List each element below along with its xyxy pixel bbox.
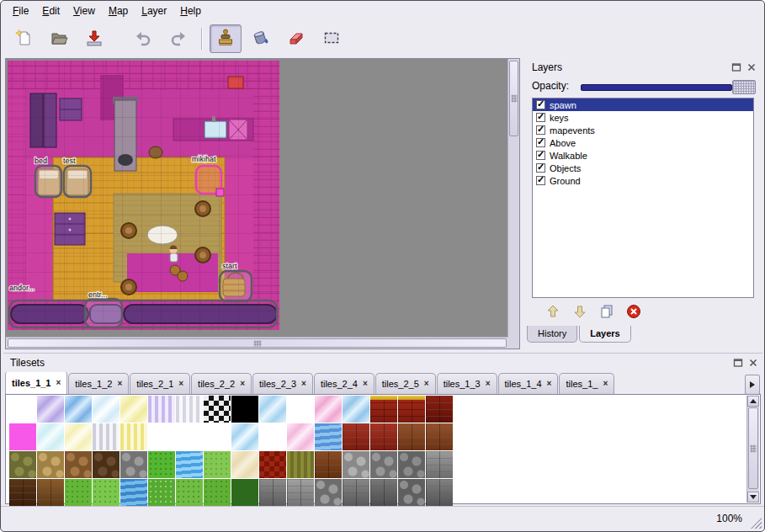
layer-row-Above[interactable]: Above bbox=[533, 136, 753, 149]
tileset-tile[interactable] bbox=[9, 423, 36, 450]
opacity-slider[interactable] bbox=[581, 77, 757, 97]
tab-close-icon[interactable]: × bbox=[424, 380, 429, 387]
stamp-brush-tool-button[interactable] bbox=[210, 24, 242, 53]
new-map-button[interactable] bbox=[8, 24, 40, 53]
tileset-tab-tiles_2_4[interactable]: tiles_2_4× bbox=[314, 373, 375, 394]
tileset-tab-tiles_1_2[interactable]: tiles_1_2× bbox=[68, 373, 129, 394]
tab-close-icon[interactable]: × bbox=[301, 380, 306, 387]
float-dock-button[interactable] bbox=[731, 356, 744, 369]
layer-visibility-checkbox[interactable] bbox=[536, 125, 545, 135]
tileset-tile[interactable] bbox=[259, 451, 286, 478]
tileset-tile[interactable] bbox=[315, 423, 342, 450]
tab-close-icon[interactable]: × bbox=[240, 380, 245, 387]
tileset-tile[interactable] bbox=[287, 479, 314, 506]
delete-layer-button[interactable] bbox=[623, 301, 645, 323]
menu-file[interactable]: File bbox=[6, 3, 35, 19]
tileset-tile[interactable] bbox=[37, 396, 64, 423]
layer-visibility-checkbox[interactable] bbox=[536, 163, 545, 173]
tileset-tile[interactable] bbox=[37, 479, 64, 506]
tileset-tile[interactable] bbox=[426, 451, 453, 478]
tileset-tile[interactable] bbox=[204, 479, 231, 506]
tileset-tile[interactable] bbox=[204, 451, 231, 478]
save-map-button[interactable] bbox=[78, 24, 110, 53]
duplicate-layer-button[interactable] bbox=[596, 301, 618, 323]
map-object-entrance[interactable] bbox=[85, 299, 122, 327]
layer-visibility-checkbox[interactable] bbox=[536, 138, 545, 147]
scrollbar-handle[interactable] bbox=[748, 407, 758, 489]
layer-row-spawn[interactable]: spawn bbox=[533, 98, 753, 111]
tileset-tile[interactable] bbox=[148, 451, 175, 478]
raise-layer-button[interactable] bbox=[542, 301, 564, 323]
tileset-tile[interactable] bbox=[148, 423, 175, 450]
tileset-tile[interactable] bbox=[315, 451, 342, 478]
map-object-start[interactable] bbox=[220, 271, 252, 301]
tileset-tile[interactable] bbox=[148, 396, 175, 423]
menu-view[interactable]: View bbox=[66, 3, 102, 19]
redo-button[interactable] bbox=[162, 24, 194, 53]
layer-visibility-checkbox[interactable] bbox=[536, 113, 545, 122]
tileset-tab-tiles_1_4[interactable]: tiles_1_4× bbox=[498, 373, 559, 394]
map-canvas[interactable]: bed test mikihat start entr... andor... bbox=[6, 59, 507, 337]
open-map-button[interactable] bbox=[43, 24, 75, 53]
map-vertical-scrollbar[interactable] bbox=[507, 59, 519, 338]
tileset-tile[interactable] bbox=[287, 396, 314, 423]
tileset-tile[interactable] bbox=[9, 479, 36, 506]
close-dock-button[interactable] bbox=[746, 356, 759, 369]
layer-row-Ground[interactable]: Ground bbox=[533, 174, 753, 187]
tileset-tab-tiles_1_[interactable]: tiles_1_× bbox=[559, 373, 614, 394]
resize-grip[interactable] bbox=[751, 518, 762, 529]
tab-close-icon[interactable]: × bbox=[117, 380, 122, 387]
menu-map[interactable]: Map bbox=[102, 3, 135, 19]
tileset-tile[interactable] bbox=[287, 423, 314, 450]
eraser-tool-button[interactable] bbox=[280, 24, 312, 53]
dock-tab-history[interactable]: History bbox=[527, 326, 577, 343]
scroll-down-button[interactable] bbox=[747, 492, 759, 503]
tileset-tile[interactable] bbox=[259, 423, 286, 450]
scroll-up-button[interactable] bbox=[747, 396, 759, 407]
tileset-tile[interactable] bbox=[9, 396, 36, 423]
tileset-tile[interactable] bbox=[370, 451, 397, 478]
tileset-tile[interactable] bbox=[231, 479, 258, 506]
scrollbar-handle[interactable] bbox=[509, 61, 518, 136]
layer-visibility-checkbox[interactable] bbox=[536, 176, 545, 185]
tileset-tile[interactable] bbox=[120, 396, 147, 423]
tileset-tile[interactable] bbox=[176, 423, 203, 450]
lower-layer-button[interactable] bbox=[569, 301, 591, 323]
layer-visibility-checkbox[interactable] bbox=[536, 100, 545, 109]
tileset-tile[interactable] bbox=[343, 423, 369, 450]
tileset-tile[interactable] bbox=[287, 451, 314, 478]
layers-dock-titlebar[interactable]: Layers bbox=[525, 58, 761, 76]
tileset-view[interactable] bbox=[5, 394, 761, 504]
tileset-tile[interactable] bbox=[426, 479, 453, 506]
tileset-tile[interactable] bbox=[398, 451, 425, 478]
layer-row-Walkable[interactable]: Walkable bbox=[533, 149, 753, 162]
map-horizontal-scrollbar[interactable] bbox=[6, 337, 508, 348]
tileset-tab-tiles_2_5[interactable]: tiles_2_5× bbox=[375, 373, 436, 394]
layer-visibility-checkbox[interactable] bbox=[536, 151, 545, 160]
tileset-tile[interactable] bbox=[398, 423, 425, 450]
tileset-tile[interactable] bbox=[37, 423, 64, 450]
map-object-test[interactable] bbox=[64, 166, 91, 197]
opacity-slider-track[interactable] bbox=[581, 84, 732, 91]
tileset-vertical-scrollbar[interactable] bbox=[746, 396, 759, 503]
layer-row-keys[interactable]: keys bbox=[533, 111, 753, 124]
tileset-tab-tiles_2_3[interactable]: tiles_2_3× bbox=[252, 373, 313, 394]
tileset-tab-tiles_2_2[interactable]: tiles_2_2× bbox=[191, 373, 252, 394]
opacity-slider-handle[interactable] bbox=[732, 80, 756, 94]
tileset-tile[interactable] bbox=[343, 451, 369, 478]
tileset-tile[interactable] bbox=[93, 423, 120, 450]
tileset-tile[interactable] bbox=[398, 479, 425, 506]
tileset-tile[interactable] bbox=[65, 396, 92, 423]
tileset-tile[interactable] bbox=[204, 423, 231, 450]
tileset-tile[interactable] bbox=[343, 479, 369, 506]
tileset-tile[interactable] bbox=[426, 396, 453, 423]
tileset-tile[interactable] bbox=[65, 479, 92, 506]
tileset-tile[interactable] bbox=[37, 451, 64, 478]
tileset-tile[interactable] bbox=[231, 451, 258, 478]
tileset-tile[interactable] bbox=[370, 423, 397, 450]
rectangular-select-tool-button[interactable] bbox=[316, 24, 348, 53]
map-object-handle[interactable] bbox=[216, 189, 224, 196]
float-dock-button[interactable] bbox=[730, 61, 742, 73]
tab-close-icon[interactable]: × bbox=[547, 380, 552, 387]
tileset-tile[interactable] bbox=[259, 396, 286, 423]
